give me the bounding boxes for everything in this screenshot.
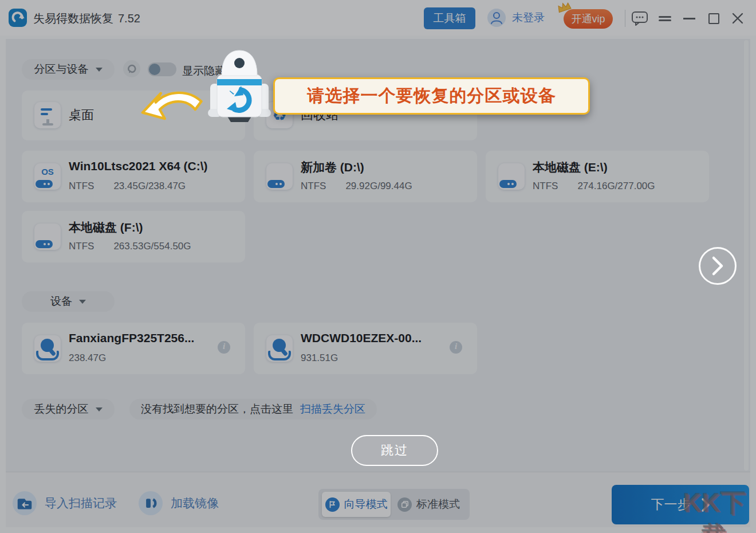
skip-button[interactable]: 跳过 — [351, 435, 438, 466]
guide-tooltip-text: 请选择一个要恢复的分区或设备 — [308, 84, 556, 108]
curved-arrow-icon — [137, 86, 203, 130]
robot-mascot-icon — [208, 49, 271, 125]
carousel-next-button[interactable] — [699, 247, 737, 285]
chevron-right-icon — [710, 254, 725, 277]
app-window: 失易得数据恢复7.52 工具箱 未登录 开通vip — [0, 0, 756, 533]
guide-tooltip: 请选择一个要恢复的分区或设备 — [273, 77, 590, 115]
